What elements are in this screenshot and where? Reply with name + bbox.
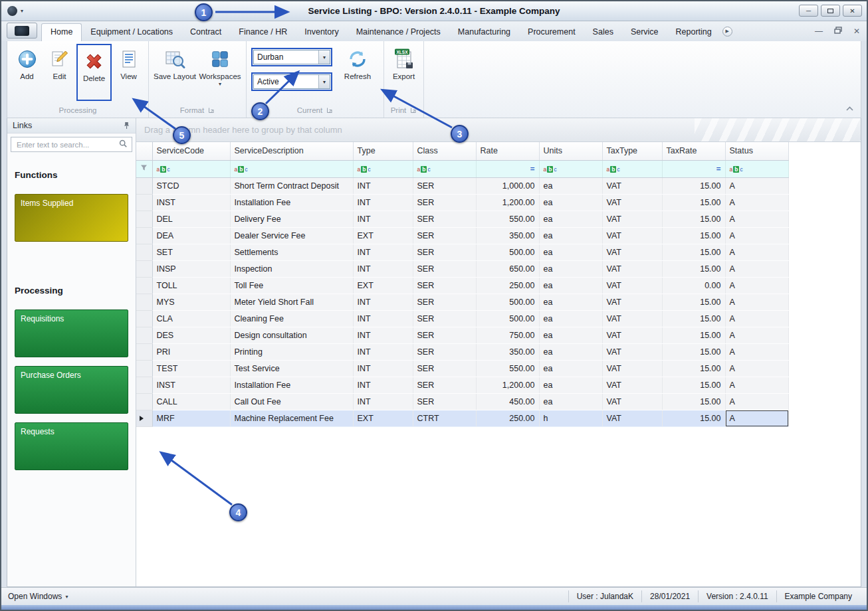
grid-row-stcd[interactable]: STCDShort Term Contract DepositINTSER1,0… (136, 177, 861, 194)
grid-cell-rate[interactable]: 250.00 (476, 410, 539, 426)
grid-cell-status[interactable]: A (725, 410, 788, 426)
filter-cell-taxrate[interactable]: = (662, 160, 725, 177)
tab-contract[interactable]: Contract (181, 23, 230, 41)
grid-cell-taxtype[interactable]: VAT (602, 393, 662, 410)
grid-cell-servicedescription[interactable]: Short Term Contract Deposit (230, 177, 353, 194)
grid-cell-units[interactable]: ea (539, 294, 602, 310)
filter-cell-type[interactable]: abc (353, 160, 413, 177)
grid-cell-servicecode[interactable]: CLA (152, 310, 230, 327)
grid-cell-class[interactable]: SER (413, 260, 476, 277)
print-dialog-launcher-icon[interactable] (410, 107, 417, 114)
grid-cell-servicecode[interactable]: TEST (152, 360, 230, 377)
column-header-type[interactable]: Type (353, 142, 413, 160)
column-header-rate[interactable]: Rate (476, 142, 539, 160)
grid-cell-type[interactable]: INT (353, 343, 413, 360)
grid-cell-units[interactable]: ea (539, 277, 602, 294)
filter-cell-class[interactable]: abc (413, 160, 476, 177)
maximize-button[interactable] (821, 5, 840, 17)
format-dialog-launcher-icon[interactable] (208, 107, 215, 114)
grid-cell-rate[interactable]: 350.00 (476, 227, 539, 244)
grid-cell-taxtype[interactable]: VAT (602, 360, 662, 377)
grid-cell-taxtype[interactable]: VAT (602, 294, 662, 310)
workspaces-button[interactable]: Workspaces ▾ (197, 43, 243, 86)
minimize-button[interactable]: ─ (799, 5, 818, 17)
grid-cell-taxtype[interactable]: VAT (602, 327, 662, 343)
grid-cell-status[interactable]: A (725, 211, 788, 227)
grid-cell-taxtype[interactable]: VAT (602, 277, 662, 294)
grid-cell-type[interactable]: EXT (353, 410, 413, 426)
grid-cell-status[interactable]: A (725, 277, 788, 294)
grid-cell-type[interactable]: INT (353, 360, 413, 377)
open-windows-button[interactable]: Open Windows ▾ (8, 592, 68, 601)
grid-cell-status[interactable]: A (725, 260, 788, 277)
grid-cell-servicecode[interactable]: TOLL (152, 277, 230, 294)
edit-button[interactable]: Edit (43, 43, 76, 80)
grid-cell-servicedescription[interactable]: Settlements (230, 244, 353, 260)
grid-cell-servicedescription[interactable]: Delivery Fee (230, 211, 353, 227)
grid-cell-taxrate[interactable]: 15.00 (662, 393, 725, 410)
grid-cell-taxtype[interactable]: VAT (602, 410, 662, 426)
tab-sales[interactable]: Sales (584, 23, 622, 41)
status-dropdown[interactable]: Active ▾ (253, 74, 330, 89)
grid-cell-servicedescription[interactable]: Printing (230, 343, 353, 360)
ribbon-collapse-chevron-icon[interactable] (845, 102, 854, 114)
grid-cell-units[interactable]: ea (539, 177, 602, 194)
grid-row-inst[interactable]: INSTInstallation FeeINTSER1,200.00eaVAT1… (136, 194, 861, 211)
grid-cell-servicedescription[interactable]: Machine Replacement Fee (230, 410, 353, 426)
grid-cell-servicecode[interactable]: DES (152, 327, 230, 343)
search-input[interactable] (15, 140, 119, 149)
grid-cell-status[interactable]: A (725, 227, 788, 244)
grid-cell-taxtype[interactable]: VAT (602, 177, 662, 194)
grid-cell-status[interactable]: A (725, 360, 788, 377)
grid-cell-taxrate[interactable]: 15.00 (662, 294, 725, 310)
grid-cell-taxrate[interactable]: 15.00 (662, 194, 725, 211)
grid-cell-taxtype[interactable]: VAT (602, 244, 662, 260)
grid-cell-servicedescription[interactable]: Test Service (230, 360, 353, 377)
grid-cell-rate[interactable]: 500.00 (476, 310, 539, 327)
grid-cell-taxrate[interactable]: 15.00 (662, 177, 725, 194)
grid-cell-class[interactable]: SER (413, 377, 476, 393)
grid-cell-taxrate[interactable]: 15.00 (662, 260, 725, 277)
grid-cell-class[interactable]: SER (413, 310, 476, 327)
filter-cell-rate[interactable]: = (476, 160, 539, 177)
grid-cell-servicecode[interactable]: INST (152, 377, 230, 393)
grid-cell-taxrate[interactable]: 15.00 (662, 211, 725, 227)
tab-reporting[interactable]: Reporting (667, 23, 720, 41)
grid-cell-servicedescription[interactable]: Toll Fee (230, 277, 353, 294)
add-button[interactable]: Add (11, 43, 43, 80)
save-layout-button[interactable]: Save Layout (152, 43, 197, 80)
close-button[interactable]: ✕ (843, 5, 862, 17)
status-dropdown-caret-icon[interactable]: ▾ (318, 75, 330, 88)
grid-cell-type[interactable]: EXT (353, 227, 413, 244)
grid-cell-servicedescription[interactable]: Inspection (230, 260, 353, 277)
grid-cell-servicedescription[interactable]: Installation Fee (230, 377, 353, 393)
grid-cell-units[interactable]: ea (539, 310, 602, 327)
grid-cell-units[interactable]: ea (539, 227, 602, 244)
filter-cell-taxtype[interactable]: abc (602, 160, 662, 177)
grid-cell-units[interactable]: ea (539, 244, 602, 260)
row-indicator[interactable] (136, 410, 152, 426)
sidebar-button-purchase-orders[interactable]: Purchase Orders (15, 366, 128, 414)
grid-cell-servicecode[interactable]: INST (152, 194, 230, 211)
grid-cell-rate[interactable]: 450.00 (476, 393, 539, 410)
tab-inventory[interactable]: Inventory (296, 23, 347, 41)
grid-row-des[interactable]: DESDesign consultationINTSER750.00eaVAT1… (136, 327, 861, 343)
grid-cell-servicecode[interactable]: MRF (152, 410, 230, 426)
grid-cell-units[interactable]: ea (539, 260, 602, 277)
grid-cell-rate[interactable]: 550.00 (476, 360, 539, 377)
column-header-servicecode[interactable]: ServiceCode (152, 142, 230, 160)
grid-cell-units[interactable]: ea (539, 343, 602, 360)
grid-row-toll[interactable]: TOLLToll FeeEXTSER250.00eaVAT0.00A (136, 277, 861, 294)
grid-cell-taxtype[interactable]: VAT (602, 377, 662, 393)
grid-cell-rate[interactable]: 550.00 (476, 211, 539, 227)
grid-row-cla[interactable]: CLACleaning FeeINTSER500.00eaVAT15.00A (136, 310, 861, 327)
grid-cell-units[interactable]: ea (539, 194, 602, 211)
grid-row-del[interactable]: DELDelivery FeeINTSER550.00eaVAT15.00A (136, 211, 861, 227)
column-header-taxrate[interactable]: TaxRate (662, 142, 725, 160)
grid-cell-class[interactable]: CTRT (413, 410, 476, 426)
grid-cell-class[interactable]: SER (413, 211, 476, 227)
column-header-taxtype[interactable]: TaxType (602, 142, 662, 160)
sidebar-button-requests[interactable]: Requests (15, 422, 128, 470)
grid-cell-units[interactable]: ea (539, 360, 602, 377)
column-header-status[interactable]: Status (725, 142, 788, 160)
